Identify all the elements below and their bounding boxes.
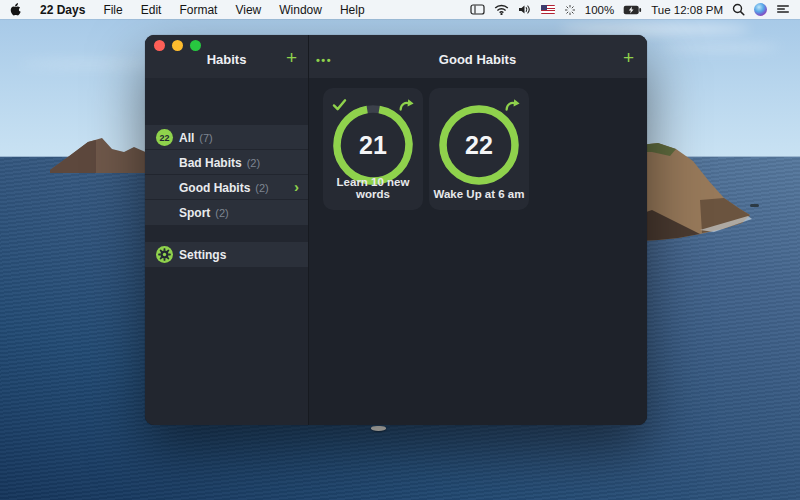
sidebar-divider: [308, 35, 309, 425]
menu-view[interactable]: View: [226, 0, 270, 19]
sidebar-item-label: Settings: [179, 248, 226, 262]
streak-count: 22: [429, 103, 529, 187]
menu-app-name[interactable]: 22 Days: [31, 0, 94, 19]
sidebar: 22 All (7) Bad Habits (2) Good Habits (2…: [145, 78, 308, 425]
sidebar-item-bad-habits[interactable]: Bad Habits (2): [145, 150, 308, 175]
habit-card[interactable]: 22 Wake Up at 6 am: [429, 88, 529, 210]
menu-window[interactable]: Window: [270, 0, 331, 19]
streak-badge: 22: [156, 129, 173, 146]
misc-status-icon[interactable]: [564, 0, 576, 19]
sidebar-item-label: Bad Habits: [179, 156, 242, 170]
menu-file[interactable]: File: [94, 0, 131, 19]
chevron-right-icon: ›: [294, 178, 299, 195]
streak-count: 21: [323, 103, 423, 187]
window-titlebar: Habits + ••• Good Habits +: [145, 35, 647, 78]
notification-center-icon[interactable]: [776, 0, 790, 19]
sidebar-item-label: All: [179, 131, 194, 145]
distant-boat: [750, 204, 759, 207]
wifi-icon[interactable]: [494, 0, 509, 19]
small-boat: [371, 426, 386, 431]
gear-icon: [156, 246, 173, 263]
sidebar-item-label: Sport: [179, 206, 210, 220]
habits-panel: 21 Learn 10 new words: [309, 78, 647, 425]
volume-icon[interactable]: [518, 0, 532, 19]
sidebar-item-count: (2): [255, 182, 268, 194]
input-source-flag-icon[interactable]: [541, 5, 555, 14]
sidebar-item-label: Good Habits: [179, 181, 250, 195]
apple-icon: [9, 2, 22, 17]
siri-icon[interactable]: [754, 3, 767, 16]
menu-bar: 22 Days File Edit Format View Window Hel…: [0, 0, 800, 19]
add-habit-button[interactable]: +: [623, 48, 634, 68]
sidebar-item-sport[interactable]: Sport (2): [145, 200, 308, 225]
sidebar-title: Habits: [145, 52, 308, 67]
close-button[interactable]: [154, 40, 165, 51]
window-controls: [154, 40, 201, 51]
menu-clock[interactable]: Tue 12:08 PM: [651, 0, 723, 19]
page-title: Good Habits: [308, 52, 647, 67]
battery-percent[interactable]: 100%: [585, 0, 614, 19]
sidebar-item-good-habits[interactable]: Good Habits (2) ›: [145, 175, 308, 200]
sidebar-item-all[interactable]: 22 All (7): [145, 125, 308, 150]
battery-icon[interactable]: [623, 0, 642, 19]
sidebar-item-count: (2): [215, 207, 228, 219]
menu-help[interactable]: Help: [331, 0, 374, 19]
habit-name: Wake Up at 6 am: [429, 188, 529, 200]
display-status-icon[interactable]: [470, 0, 485, 19]
habit-name: Learn 10 new words: [323, 176, 423, 200]
zoom-button[interactable]: [190, 40, 201, 51]
sidebar-item-count: (2): [247, 157, 260, 169]
apple-menu[interactable]: [0, 0, 31, 19]
sidebar-item-count: (7): [199, 132, 212, 144]
sidebar-item-settings[interactable]: Settings: [145, 242, 308, 267]
add-category-button[interactable]: +: [286, 48, 297, 68]
menu-edit[interactable]: Edit: [132, 0, 171, 19]
minimize-button[interactable]: [172, 40, 183, 51]
habit-card[interactable]: 21 Learn 10 new words: [323, 88, 423, 210]
spotlight-search-icon[interactable]: [732, 0, 745, 19]
menu-format[interactable]: Format: [170, 0, 226, 19]
app-window: Habits + ••• Good Habits + 22 All (7) Ba…: [145, 35, 647, 425]
